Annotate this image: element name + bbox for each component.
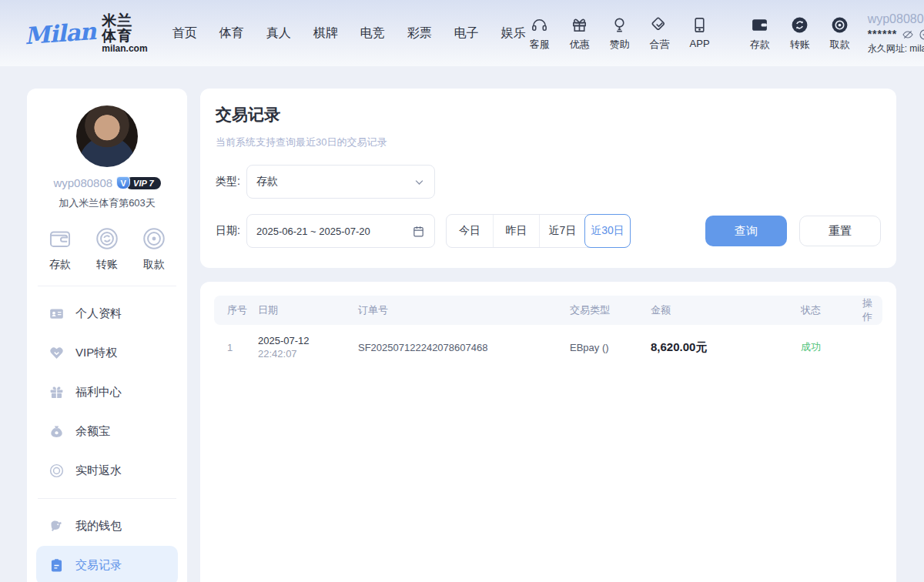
calendar-icon	[412, 225, 425, 238]
transaction-record-icon	[49, 557, 65, 574]
date-filter-row: 日期: 2025-06-21 ~ 2025-07-20 今日 昨日 近7日 近3…	[216, 214, 881, 248]
sidebar-item-vip[interactable]: VIP特权	[36, 333, 178, 373]
withdraw-outline-icon	[141, 226, 167, 252]
app-download-button[interactable]: APP	[686, 15, 714, 49]
transfer-circle-icon	[790, 15, 809, 35]
reset-button[interactable]: 重置	[799, 216, 881, 246]
sidebar-avatar[interactable]	[76, 105, 138, 167]
nav-item-cards[interactable]: 棋牌	[313, 25, 338, 42]
cell-amount: 8,620.00元	[651, 340, 801, 355]
date-label: 日期:	[216, 224, 246, 238]
sidebar-item-rebate[interactable]: 实时返水	[36, 451, 178, 490]
page-subtitle: 当前系统支持查询最近30日的交易记录	[216, 135, 881, 149]
sidebar-withdraw-button[interactable]: 取款	[141, 226, 167, 272]
type-select[interactable]: 存款	[246, 165, 435, 199]
sidebar-vip-badge: V VIP 7	[116, 176, 161, 189]
trophy-icon	[611, 15, 628, 35]
cell-type: EBpay ()	[570, 342, 651, 353]
rebate-ring-icon	[49, 463, 65, 479]
permanent-url-label: 永久网址: milan.com	[868, 43, 924, 55]
benefits-gift-icon	[49, 384, 65, 400]
id-card-icon	[49, 306, 65, 322]
col-amount: 金额	[651, 303, 801, 317]
nav-item-home[interactable]: 首页	[172, 25, 197, 42]
cell-date: 2025-07-12	[258, 335, 358, 346]
sidebar-item-transactions[interactable]: 交易记录	[36, 546, 178, 582]
join-days-text: 加入米兰体育第603天	[36, 196, 178, 210]
deposit-button[interactable]: 存款	[746, 15, 774, 52]
date-range-input[interactable]: 2025-06-21 ~ 2025-07-20	[246, 214, 435, 248]
mobile-phone-icon	[691, 15, 708, 35]
user-line-site: 永久网址: milan.com	[868, 43, 924, 55]
nav-item-esports[interactable]: 电竞	[360, 25, 385, 42]
cell-order-no: SF202507122242078607468	[358, 342, 570, 353]
customer-service-button[interactable]: 客服	[526, 15, 554, 52]
table-row: 1 2025-07-12 22:42:07 SF2025071222420786…	[214, 325, 882, 370]
sponsor-button[interactable]: 赞助	[606, 15, 634, 52]
type-filter-row: 类型: 存款	[216, 165, 881, 199]
sidebar-vip-level-label: VIP 7	[126, 177, 161, 189]
username[interactable]: wyp080808	[868, 12, 924, 27]
sidebar-item-profile[interactable]: 个人资料	[36, 294, 178, 333]
masked-balance: ******	[868, 28, 898, 42]
col-date: 日期	[258, 303, 358, 317]
quick-range-group: 今日 昨日 近7日 近30日	[446, 214, 631, 248]
results-table-card: 序号 日期 订单号 交易类型 金额 状态 操作 1 2025-07-12 22:…	[200, 282, 896, 582]
navbar-quick-icons: 客服 优惠 赞助 合营	[526, 15, 854, 52]
range-yesterday-button[interactable]: 昨日	[493, 215, 539, 247]
page-content: wyp080808 V VIP 7 加入米兰体育第603天 存款 转账	[0, 77, 924, 582]
handshake-icon	[651, 15, 668, 35]
transfer-button[interactable]: 转账	[786, 15, 814, 52]
col-order: 订单号	[358, 303, 570, 317]
sidebar-user-row: wyp080808 V VIP 7	[36, 176, 178, 189]
type-label: 类型:	[216, 175, 246, 189]
sidebar-menu: 个人资料 VIP特权 福利中心 余额宝	[36, 286, 178, 582]
partner-button[interactable]: 合营	[646, 15, 674, 52]
main-nav: 首页 体育 真人 棋牌 电竞 彩票 电子 娱乐	[172, 25, 526, 42]
user-line-name: wyp080808 V VIP 7	[868, 12, 924, 27]
sidebar-item-benefits[interactable]: 福利中心	[36, 373, 178, 412]
site-logo[interactable]: Milan 米兰体育 milan.com	[25, 13, 148, 53]
range-today-button[interactable]: 今日	[447, 215, 493, 247]
nav-item-live[interactable]: 真人	[266, 25, 291, 42]
sidebar-deposit-button[interactable]: 存款	[47, 226, 73, 272]
navbar-right: 客服 优惠 赞助 合营	[526, 12, 924, 55]
sidebar-vip-v-icon: V	[116, 176, 130, 189]
wallet-icon	[750, 15, 769, 35]
nav-item-sports[interactable]: 体育	[219, 25, 244, 42]
cell-time: 22:42:07	[258, 348, 358, 360]
col-status: 状态	[801, 303, 862, 317]
promotions-button[interactable]: 优惠	[566, 15, 594, 52]
table-header-row: 序号 日期 订单号 交易类型 金额 状态 操作	[214, 296, 882, 325]
col-index: 序号	[227, 303, 258, 317]
search-button[interactable]: 查询	[705, 216, 787, 246]
transfer-outline-icon	[94, 226, 120, 252]
col-type: 交易类型	[570, 303, 651, 317]
eye-off-icon[interactable]	[902, 28, 914, 41]
cell-datetime: 2025-07-12 22:42:07	[258, 335, 358, 360]
nav-item-entertainment[interactable]: 娱乐	[501, 25, 526, 42]
withdraw-button[interactable]: 取款	[826, 15, 854, 52]
money-bag-icon	[49, 423, 65, 440]
sidebar-transfer-button[interactable]: 转账	[94, 226, 120, 272]
user-info-block: wyp080808 V VIP 7 ****** 永久网址: milan.com	[868, 12, 924, 55]
nav-item-slots[interactable]: 电子	[454, 25, 479, 42]
cell-status: 成功	[801, 340, 862, 354]
page-title: 交易记录	[216, 104, 881, 125]
nav-item-lottery[interactable]: 彩票	[407, 25, 432, 42]
main-column: 交易记录 当前系统支持查询最近30日的交易记录 类型: 存款 日期: 2025-…	[200, 89, 896, 582]
sidebar-item-wallet[interactable]: 我的钱包	[36, 507, 178, 546]
range-30days-button[interactable]: 近30日	[584, 214, 631, 248]
gift-icon	[571, 15, 588, 35]
refresh-balance-icon[interactable]	[919, 28, 924, 41]
sidebar-divider-2	[38, 498, 176, 499]
user-line-balance: ******	[868, 28, 924, 42]
wallet-outline-icon	[47, 226, 73, 252]
top-navbar: Milan 米兰体育 milan.com 首页 体育 真人 棋牌 电竞 彩票 电…	[0, 0, 924, 66]
logo-cn: 米兰体育	[102, 13, 147, 44]
sidebar-item-yuebao[interactable]: 余额宝	[36, 412, 178, 451]
withdraw-circle-icon	[830, 15, 849, 35]
filter-card: 交易记录 当前系统支持查询最近30日的交易记录 类型: 存款 日期: 2025-…	[200, 89, 896, 268]
range-7days-button[interactable]: 近7日	[539, 215, 585, 247]
profile-sidebar: wyp080808 V VIP 7 加入米兰体育第603天 存款 转账	[27, 89, 187, 582]
